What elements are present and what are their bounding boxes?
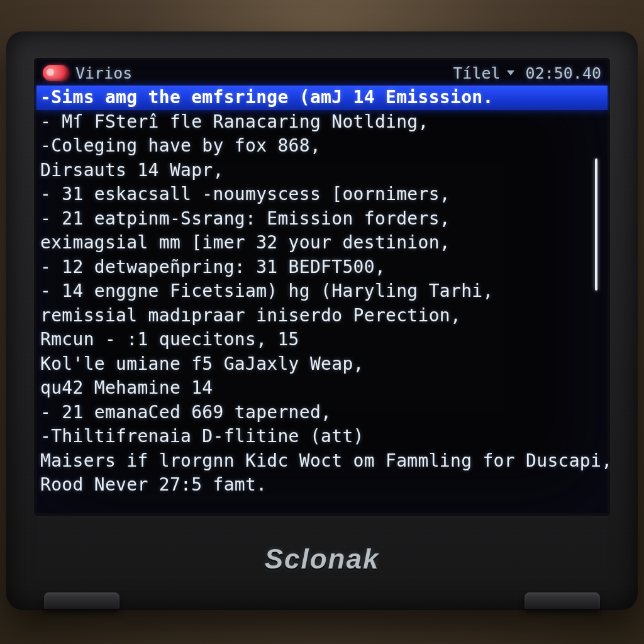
laptop-body: Virios Tílel 02:50.40 -Sims amg the emfs… (6, 31, 638, 610)
list-row[interactable]: - 12 detwapeñpring: 31 BEDFT500, (36, 255, 608, 280)
dropdown-label[interactable]: Tílel (453, 64, 500, 82)
brand-wordmark: Sclonak (6, 543, 638, 575)
list-row[interactable]: Maisers if lrorgnn Kidc Woct om Fammling… (36, 449, 608, 474)
titlebar: Virios Tílel 02:50.40 (36, 60, 608, 86)
list-row[interactable]: Rood Never 27:5 famt. (36, 473, 608, 497)
list-row[interactable]: eximagsial mm [imer 32 your destinion, (36, 231, 608, 255)
list-row[interactable]: -Thiltifrenaia D-flitine (att) (36, 425, 608, 449)
list-row[interactable]: qu42 Mehamine 14 (36, 376, 608, 401)
app-pill-icon (43, 65, 69, 81)
console-screen[interactable]: Virios Tílel 02:50.40 -Sims amg the emfs… (36, 60, 608, 513)
list-row[interactable]: remissial madıpraar iniserdo Perection, (36, 304, 608, 328)
app-name: Virios (75, 64, 132, 82)
list-row[interactable]: - 21 eatpinm-Ssrang: Emission forders, (36, 207, 608, 231)
scrollbar[interactable] (595, 158, 597, 291)
list-row-selected[interactable]: -Sims amg the emfsringe (amJ 14 Emisssio… (36, 86, 608, 110)
list-row[interactable]: - 31 eskacsall -noumyscess [oornimers, (36, 182, 608, 207)
list-row[interactable]: - 21 emanaCed 669 taperned, (36, 401, 608, 425)
chevron-down-icon[interactable] (507, 70, 514, 75)
hinge-right (525, 592, 600, 609)
screen-bezel: Virios Tílel 02:50.40 -Sims amg the emfs… (34, 58, 610, 516)
list-row[interactable]: Dirsauts 14 Wapr, (36, 158, 608, 183)
hinge-left (44, 592, 119, 609)
scene-photo: Virios Tílel 02:50.40 -Sims amg the emfs… (0, 0, 644, 644)
list-row[interactable]: -Coleging have by fox 868, (36, 134, 608, 158)
listing[interactable]: -Sims amg the emfsringe (amJ 14 Emisssio… (36, 86, 608, 497)
list-row[interactable]: Rmcun - :1 quecitons, 15 (36, 328, 608, 352)
list-row[interactable]: - Mſ FSterî fle Ranacaring Notlding, (36, 110, 608, 135)
list-row[interactable]: Kol'le umiane f5 GaJaxly Weap, (36, 352, 608, 377)
list-row[interactable]: - 14 enggne Ficetsiam) hg (Haryling Tarh… (36, 279, 608, 304)
clock: 02:50.40 (526, 64, 601, 82)
